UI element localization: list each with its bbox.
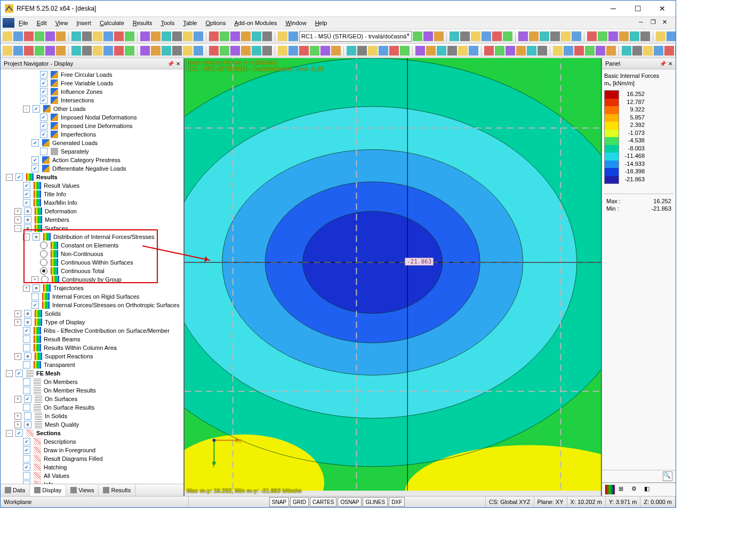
expander-icon[interactable]: + [14, 208, 21, 215]
toolbar-button[interactable] [437, 46, 446, 55]
checkbox[interactable]: ■ [24, 216, 31, 223]
mdi-restore-icon[interactable]: ❐ [650, 18, 660, 28]
toolbar-button[interactable] [415, 46, 425, 55]
toolbar-button[interactable] [347, 46, 356, 55]
checkbox[interactable]: ✔ [23, 446, 30, 454]
navtab-data[interactable]: Data [1, 484, 30, 496]
toolbar-button[interactable] [288, 46, 298, 55]
toolbar-button[interactable] [241, 31, 251, 41]
toolbar-button[interactable] [667, 31, 676, 41]
tree-item[interactable]: ✔Draw in Foreground [1, 446, 183, 454]
tree-item[interactable]: Transparent [1, 361, 183, 369]
toolbar-button[interactable] [619, 31, 629, 41]
toolbar-button[interactable] [357, 46, 367, 55]
checkbox[interactable] [23, 344, 30, 351]
checkbox[interactable]: ✔ [31, 301, 39, 309]
checkbox[interactable]: ✔ [33, 105, 40, 113]
loadcase-combo[interactable]: RC1 - MSÚ (STR/GEO) - trvalá/dočasná [299, 31, 412, 42]
checkbox[interactable]: ✔ [31, 139, 39, 147]
toolbar-button[interactable] [125, 31, 134, 41]
tree-item[interactable]: On Surface Results [1, 403, 183, 412]
checkbox[interactable]: ✔ [31, 165, 39, 172]
scale-icon[interactable]: ⊞ [618, 485, 628, 494]
toolbar-button[interactable] [632, 46, 642, 55]
toolbar-button[interactable] [209, 46, 219, 55]
toolbar-button[interactable] [183, 31, 192, 41]
toolbar-button[interactable] [114, 31, 124, 41]
tree-item[interactable]: ✔Imposed Line Deformations [1, 122, 183, 130]
checkbox[interactable]: ✔ [15, 429, 23, 437]
toolbar-button[interactable] [529, 31, 539, 41]
tree-item[interactable]: ✔Intersections [1, 96, 183, 105]
menu-table[interactable]: Table [179, 19, 201, 27]
expander-icon[interactable]: + [14, 353, 21, 360]
toolbar-button[interactable] [262, 31, 272, 41]
checkbox[interactable]: ■ [24, 353, 31, 360]
radio[interactable] [40, 259, 47, 266]
toolbar-button[interactable] [675, 46, 676, 55]
toolbar-button[interactable] [585, 46, 595, 55]
tree-item[interactable]: +■Type of Display [1, 318, 183, 326]
toolbar-button[interactable] [220, 31, 229, 41]
toolbar-button[interactable] [288, 31, 298, 41]
toolbar-button[interactable] [93, 46, 102, 55]
tree-item[interactable]: -■Distribution of Internal Forces/Stress… [1, 233, 183, 241]
tree-item[interactable]: Result Beams [1, 335, 183, 343]
menu-window[interactable]: Window [282, 19, 311, 27]
toolbar-button[interactable] [495, 46, 504, 55]
toolbar-button[interactable] [103, 31, 113, 41]
toolbar-button[interactable] [162, 46, 171, 55]
checkbox[interactable] [23, 361, 30, 369]
tree-item[interactable]: -✔FE Mesh [1, 369, 183, 378]
menu-help[interactable]: Help [311, 19, 332, 27]
toolbar-button[interactable] [538, 46, 547, 55]
toolbar-button[interactable] [492, 31, 502, 41]
toolbar-button[interactable] [471, 31, 480, 41]
checkbox[interactable] [23, 472, 30, 479]
mdi-close-icon[interactable]: ✕ [662, 18, 671, 28]
toolbar-button[interactable] [252, 46, 261, 55]
toolbar-button[interactable] [71, 46, 81, 55]
menu-tools[interactable]: Tools [156, 19, 179, 27]
checkbox[interactable]: ■ [24, 225, 31, 232]
tree-item[interactable]: Continuous Total [1, 267, 183, 275]
tree-item[interactable]: Internal Forces on Rigid Surfaces [1, 292, 183, 301]
toolbar-button[interactable] [434, 31, 444, 41]
toolbar-button[interactable] [71, 31, 81, 41]
tree-item[interactable]: Result Diagrams Filled [1, 454, 183, 463]
close-panel-icon[interactable]: ✕ [176, 61, 180, 67]
toolbar-button[interactable] [162, 31, 171, 41]
navigator-tree[interactable]: ✔Free Circular Loads✔Free Variable Loads… [1, 69, 183, 484]
close-button[interactable]: ✕ [650, 1, 675, 17]
toolbar-button[interactable] [622, 46, 631, 55]
radio[interactable] [41, 276, 49, 283]
toolbar-button[interactable] [426, 46, 436, 55]
tree-item[interactable]: On Member Results [1, 386, 183, 395]
toolbar-button[interactable] [654, 46, 663, 55]
menu-calculate[interactable]: Calculate [95, 19, 129, 27]
toolbar-button[interactable] [664, 46, 674, 55]
toolbar-button[interactable] [389, 46, 399, 55]
toolbar-button[interactable] [299, 46, 309, 55]
checkbox[interactable] [23, 404, 30, 411]
tree-item[interactable]: ✔Max/Min Info [1, 198, 183, 207]
toolbar-button[interactable] [13, 46, 23, 55]
tree-item[interactable]: ✔Title Info [1, 190, 183, 198]
expander-icon[interactable]: - [6, 174, 13, 181]
toolbar-button[interactable] [310, 46, 319, 55]
tree-item[interactable]: ✔Imperfections [1, 130, 183, 139]
menu-add-on-modules[interactable]: Add-on Modules [230, 19, 281, 27]
expander-icon[interactable]: + [14, 396, 21, 403]
tree-item[interactable]: ✔Hatching [1, 463, 183, 471]
toolbar-button[interactable] [114, 46, 124, 55]
toolbar-button[interactable] [82, 31, 92, 41]
toolbar-button[interactable] [278, 46, 287, 55]
pin-icon[interactable]: 📌 [167, 61, 174, 67]
expander-icon[interactable]: - [14, 225, 21, 232]
toolbar-button[interactable] [241, 46, 251, 55]
tree-item[interactable]: ✔Descriptions [1, 437, 183, 446]
toolbar-button[interactable] [518, 31, 528, 41]
checkbox[interactable]: ✔ [31, 156, 39, 164]
checkbox[interactable]: ✔ [15, 173, 23, 181]
navtab-views[interactable]: Views [66, 484, 99, 496]
